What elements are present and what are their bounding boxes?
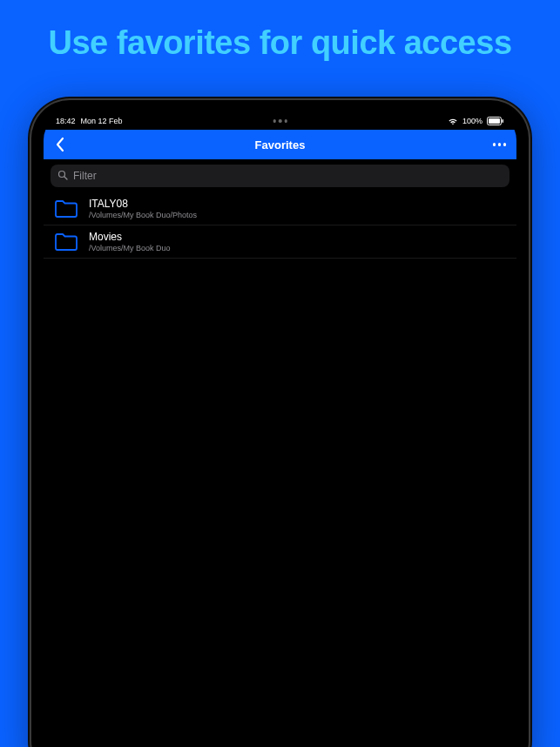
search-field[interactable] (51, 165, 509, 187)
filter-input[interactable] (73, 170, 503, 182)
search-icon (57, 168, 68, 184)
list-item[interactable]: ITALY08 /Volumes/My Book Duo/Photos (44, 192, 516, 225)
battery-icon (487, 117, 504, 125)
battery-percent: 100% (462, 117, 482, 125)
folder-icon (54, 199, 78, 219)
device-frame: 18:42 Mon 12 Feb 100% Favorites (31, 100, 529, 747)
item-title: ITALY08 (89, 198, 197, 210)
folder-icon (54, 232, 78, 252)
item-path: /Volumes/My Book Duo/Photos (89, 211, 197, 219)
svg-rect-2 (503, 119, 504, 123)
svg-point-3 (59, 172, 65, 178)
screen: 18:42 Mon 12 Feb 100% Favorites (44, 112, 516, 747)
promo-headline: Use favorites for quick access (0, 0, 560, 62)
item-path: /Volumes/My Book Duo (89, 244, 171, 252)
search-wrap (44, 159, 516, 192)
wifi-icon (448, 118, 458, 125)
status-time: 18:42 (56, 117, 76, 125)
list-item[interactable]: Movies /Volumes/My Book Duo (44, 225, 516, 259)
more-button[interactable] (493, 143, 507, 146)
multitask-dots-icon (273, 119, 287, 123)
svg-line-4 (64, 177, 67, 179)
status-date: Mon 12 Feb (81, 117, 123, 125)
nav-title: Favorites (255, 138, 306, 151)
item-title: Movies (89, 231, 171, 243)
favorites-list: ITALY08 /Volumes/My Book Duo/Photos Movi… (44, 192, 516, 259)
back-button[interactable] (54, 137, 66, 152)
status-bar: 18:42 Mon 12 Feb 100% (44, 112, 516, 130)
nav-bar: Favorites (44, 130, 516, 159)
svg-rect-1 (489, 118, 500, 124)
